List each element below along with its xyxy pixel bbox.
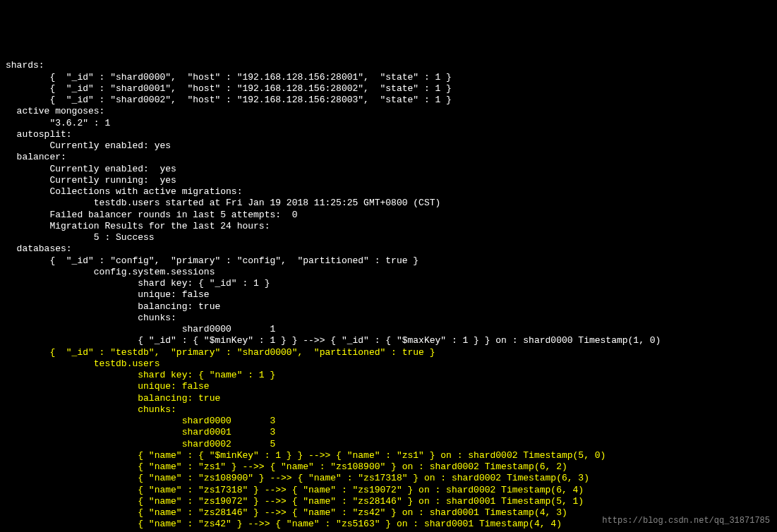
config-shardkey: shard key: { "_id" : 1 } <box>6 278 270 289</box>
config-chunk-shard: shard0000 1 <box>6 324 275 334</box>
balancer-collections: Collections with active migrations: <box>6 186 242 197</box>
balancer-running: Currently running: yes <box>6 175 176 186</box>
testdb-chunk-shard: shard0002 5 <box>6 439 275 449</box>
shard-line: { "_id" : "shard0001", "host" : "192.168… <box>6 83 452 94</box>
config-sessions: config.system.sessions <box>6 267 215 277</box>
testdb-chunk-shard: shard0000 3 <box>6 416 275 426</box>
config-chunk-range: { "_id" : { "$minKey" : 1 } } -->> { "_i… <box>6 335 661 346</box>
testdb-chunk-range: { "name" : { "$minKey" : 1 } } -->> { "n… <box>6 450 606 461</box>
balancer-migration-detail: testdb.users started at Fri Jan 19 2018 … <box>6 198 440 208</box>
active-mongoses-version: "3.6.2" : 1 <box>6 118 110 128</box>
balancer-failed: Failed balancer rounds in last 5 attempt… <box>6 210 297 220</box>
testdb-chunk-range: { "name" : "zs1" } -->> { "name" : "zs10… <box>6 461 567 472</box>
balancer-success: 5 : Success <box>6 232 155 243</box>
config-balancing: balancing: true <box>6 301 220 312</box>
terminal-output: shards: { "_id" : "shard0000", "host" : … <box>6 49 771 532</box>
shards-header: shards: <box>6 60 44 71</box>
balancer-enabled: Currently enabled: yes <box>6 164 176 174</box>
testdb-shardkey: shard key: { "name" : 1 } <box>6 370 275 380</box>
testdb-chunk-shard: shard0001 3 <box>6 427 275 437</box>
testdb-chunk-range: { "name" : "zs19072" } -->> { "name" : "… <box>6 496 584 507</box>
config-db-entry: { "_id" : "config", "primary" : "config"… <box>6 255 418 266</box>
shard-line: { "_id" : "shard0002", "host" : "192.168… <box>6 95 452 105</box>
config-unique: unique: false <box>6 289 210 300</box>
shard-line: { "_id" : "shard0000", "host" : "192.168… <box>6 72 452 83</box>
balancer-results: Migration Results for the last 24 hours: <box>6 221 270 231</box>
testdb-chunk-range: { "name" : "zs108900" } -->> { "name" : … <box>6 473 589 483</box>
testdb-chunk-range: { "name" : "zs28146" } -->> { "name" : "… <box>6 507 567 518</box>
autosplit-header: autosplit: <box>6 129 72 140</box>
balancer-header: balancer: <box>6 152 66 162</box>
watermark-text: https://blog.csdn.net/qq_31871785 <box>602 516 770 526</box>
testdb-db-entry: { "_id" : "testdb", "primary" : "shard00… <box>6 347 435 358</box>
config-chunks: chunks: <box>6 313 176 323</box>
autosplit-enabled: Currently enabled: yes <box>6 140 171 151</box>
testdb-chunks: chunks: <box>6 404 176 415</box>
databases-header: databases: <box>6 243 72 254</box>
testdb-users: testdb.users <box>6 358 159 369</box>
testdb-unique: unique: false <box>6 381 210 392</box>
testdb-chunk-range: { "name" : "zs17318" } -->> { "name" : "… <box>6 485 584 495</box>
testdb-chunk-range: { "name" : "zs42" } -->> { "name" : "zs5… <box>6 519 562 529</box>
testdb-balancing: balancing: true <box>6 393 220 404</box>
active-mongoses-header: active mongoses: <box>6 106 104 116</box>
